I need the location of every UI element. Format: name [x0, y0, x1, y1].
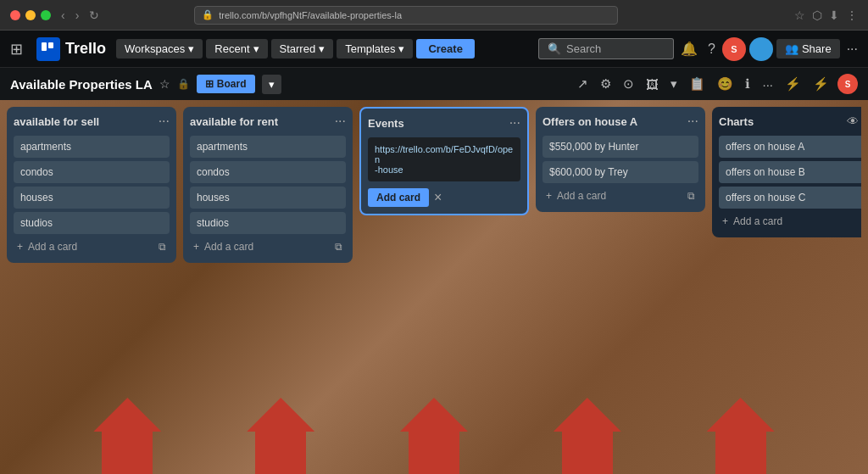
list-header-charts: Charts 👁 ···: [719, 114, 861, 129]
board-area: available for sell ··· apartments condos…: [0, 100, 868, 474]
add-card-sell[interactable]: + Add a card ⧉: [14, 237, 170, 256]
create-button[interactable]: Create: [416, 39, 474, 59]
list-menu-events[interactable]: ···: [509, 115, 520, 131]
github-icon[interactable]: ⊙: [620, 75, 637, 93]
card-url-events[interactable]: https://trello.com/b/FeDJvqfD/open-house: [368, 137, 520, 181]
board-star-icon[interactable]: ☆: [159, 77, 170, 91]
power-icon[interactable]: ⚡: [782, 75, 804, 93]
card-offer-600k[interactable]: $600,000 by Trey: [542, 161, 698, 183]
list-menu-offers[interactable]: ···: [687, 114, 698, 129]
house-roof-4: [554, 398, 621, 432]
cancel-add-card-button[interactable]: ×: [434, 190, 442, 205]
avatar-toolbar[interactable]: S: [837, 74, 858, 94]
back-button[interactable]: ‹: [58, 7, 69, 24]
card-sell-apartments[interactable]: apartments: [14, 136, 170, 158]
trello-logo-icon: [36, 37, 60, 61]
trello-logo: Trello: [30, 37, 113, 61]
avatar-secondary: [749, 37, 773, 61]
list-title-charts: Charts: [719, 115, 754, 128]
forward-button[interactable]: ›: [72, 7, 83, 24]
url-bar[interactable]: 🔒 trello.com/b/vpfhgNtF/available-proper…: [194, 6, 618, 25]
bolt-icon[interactable]: ⚡: [810, 75, 832, 93]
search-bar[interactable]: 🔍 Search: [538, 38, 674, 59]
copy-icon-sell[interactable]: ⧉: [159, 241, 166, 253]
workspaces-button[interactable]: Workspaces ▾: [116, 39, 203, 59]
recent-button[interactable]: Recent ▾: [206, 39, 267, 59]
browser-actions: ☆ ⬡ ⬇ ⋮: [794, 8, 858, 22]
svg-rect-1: [48, 42, 53, 48]
list-title-events: Events: [368, 117, 404, 130]
add-card-form-events: Add card ×: [368, 188, 520, 207]
card-rent-studios[interactable]: studios: [190, 212, 346, 234]
svg-rect-0: [42, 42, 47, 51]
list-available-for-sell: available for sell ··· apartments condos…: [7, 107, 176, 263]
add-card-button-events[interactable]: Add card: [368, 188, 429, 207]
card-rent-houses[interactable]: houses: [190, 187, 346, 209]
add-card-charts[interactable]: + Add a card ⧉: [719, 212, 861, 231]
list-menu-sell[interactable]: ···: [159, 114, 170, 129]
card-sell-houses[interactable]: houses: [14, 187, 170, 209]
close-window-button[interactable]: [10, 10, 20, 20]
trello-navbar: ⊞ Trello Workspaces ▾ Recent ▾ Starred ▾…: [0, 31, 868, 68]
recent-label: Recent: [214, 42, 249, 55]
card-charts-offer-c[interactable]: offers on house C: [719, 187, 861, 209]
notifications-button[interactable]: 🔔: [677, 37, 701, 60]
refresh-button[interactable]: ↻: [86, 7, 103, 24]
browser-window-controls: [10, 10, 51, 20]
chevron-icon[interactable]: ▾: [667, 75, 681, 93]
filter-icon[interactable]: ⚙: [597, 75, 615, 93]
board-view-button[interactable]: ⊞ Board: [197, 75, 255, 93]
list-menu-rent[interactable]: ···: [335, 114, 346, 129]
list-title-rent: available for rent: [190, 115, 278, 128]
starred-button[interactable]: Starred ▾: [271, 39, 334, 59]
workspaces-chevron-icon: ▾: [188, 42, 194, 55]
info-icon[interactable]: ℹ: [742, 75, 754, 93]
add-card-rent[interactable]: + Add a card ⧉: [190, 237, 346, 256]
minimize-window-button[interactable]: [25, 10, 36, 20]
maximize-window-button[interactable]: [41, 10, 51, 20]
list-charts: Charts 👁 ··· offers on house A offers on…: [712, 107, 861, 237]
emoji-icon[interactable]: 😊: [714, 75, 737, 93]
copy-icon-rent[interactable]: ⧉: [335, 241, 342, 253]
add-card-offers[interactable]: + Add a card ⧉: [542, 187, 698, 205]
board-view-menu-button[interactable]: ▾: [262, 75, 281, 94]
help-button[interactable]: ?: [704, 38, 719, 60]
board-header: Available Properties LA ☆ 🔒 ⊞ Board ▾ ↗ …: [0, 68, 868, 100]
card-charts-offer-a[interactable]: offers on house A: [719, 136, 861, 158]
bookmark-icon[interactable]: ☆: [794, 8, 805, 22]
card-rent-apartments[interactable]: apartments: [190, 136, 346, 158]
browser-chrome: ‹ › ↻ 🔒 trello.com/b/vpfhgNtF/available-…: [0, 0, 868, 31]
house-roof-1: [93, 398, 161, 432]
card-charts-offer-b[interactable]: offers on house B: [719, 161, 861, 183]
house-roof-2: [247, 398, 314, 432]
download-icon[interactable]: ⬇: [829, 8, 839, 22]
house-roof-3: [400, 398, 468, 432]
board-view-label: Board: [217, 78, 247, 90]
eye-icon-charts[interactable]: 👁: [847, 114, 859, 128]
plus-icon-offers: +: [546, 190, 552, 202]
card-sell-studios[interactable]: studios: [14, 212, 170, 234]
export-icon[interactable]: ↗: [574, 75, 592, 93]
add-card-charts-label: Add a card: [733, 215, 782, 227]
templates-chevron-icon: ▾: [398, 42, 404, 55]
more-icon[interactable]: ⋮: [846, 8, 858, 22]
image-icon[interactable]: 🖼: [643, 75, 662, 93]
templates-button[interactable]: Templates ▾: [337, 39, 413, 59]
list-available-for-rent: available for rent ··· apartments condos…: [183, 107, 353, 263]
extensions-icon[interactable]: ⬡: [812, 8, 822, 22]
plus-icon-sell: +: [17, 241, 23, 253]
grid-menu-button[interactable]: ⊞: [7, 36, 26, 62]
share-button[interactable]: 👥 Share: [776, 39, 840, 59]
house-body-2: [255, 432, 306, 474]
board-more-button[interactable]: ···: [843, 38, 861, 60]
avatar-s[interactable]: S: [722, 37, 746, 61]
copy-icon-offers[interactable]: ⧉: [687, 190, 695, 202]
card-rent-condos[interactable]: condos: [190, 161, 346, 183]
house-decoration-5: [707, 406, 775, 474]
more-toolbar-icon[interactable]: ···: [759, 75, 776, 93]
list-offers-house-a: Offers on house A ··· $550,000 by Hunter…: [536, 107, 705, 212]
card-offer-550k[interactable]: $550,000 by Hunter: [542, 136, 698, 158]
house-decoration-3: [400, 406, 468, 474]
clipboard-icon[interactable]: 📋: [686, 75, 709, 93]
card-sell-condos[interactable]: condos: [14, 161, 170, 183]
